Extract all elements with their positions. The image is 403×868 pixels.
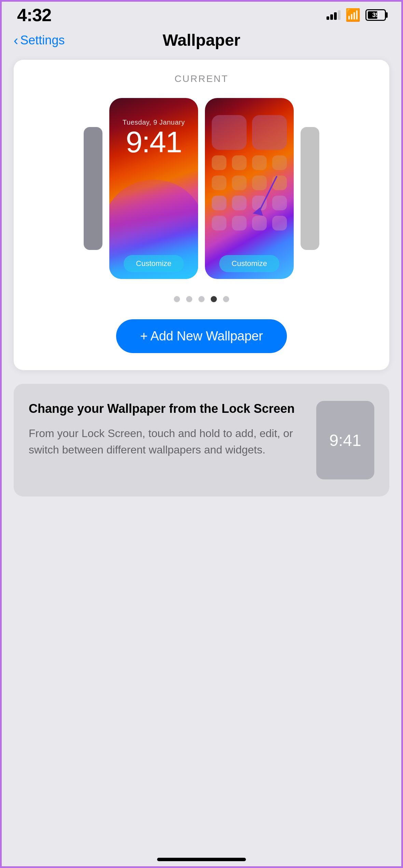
app-icon: [272, 155, 287, 170]
left-peek-preview: [84, 127, 102, 250]
info-preview-time: 9:41: [329, 431, 361, 450]
app-icon: [212, 115, 247, 150]
right-peek-preview: [301, 127, 319, 250]
page-dot-5: [223, 296, 229, 302]
main-content: CURRENT Tuesday, 9 January 9:41 Customiz…: [0, 56, 403, 507]
wallpaper-previews: Tuesday, 9 January 9:41 Customize: [24, 98, 379, 279]
app-icon: [252, 155, 267, 170]
app-icon: [232, 216, 247, 230]
page-dot-1: [174, 296, 180, 302]
home-screen-customize-button[interactable]: Customize: [219, 255, 279, 272]
app-icon: [232, 155, 247, 170]
app-icon: [252, 115, 287, 150]
info-title: Change your Wallpaper from the Lock Scre…: [29, 401, 306, 417]
add-wallpaper-button-container: + Add New Wallpaper: [24, 319, 379, 353]
app-icon: [212, 176, 226, 190]
back-label: Settings: [20, 33, 65, 47]
current-label: CURRENT: [24, 73, 379, 84]
page-title: Wallpaper: [163, 31, 240, 50]
page-dot-2: [186, 296, 192, 302]
app-icon: [212, 155, 226, 170]
app-icon: [212, 216, 226, 230]
info-text: Change your Wallpaper from the Lock Scre…: [29, 401, 306, 458]
back-chevron-icon: ‹: [14, 33, 18, 47]
page-dot-3: [198, 296, 205, 302]
wifi-icon: 📶: [345, 8, 361, 22]
home-indicator: [157, 858, 246, 861]
app-icon: [232, 176, 247, 190]
app-grid: [205, 108, 294, 237]
add-wallpaper-button[interactable]: + Add New Wallpaper: [116, 319, 287, 353]
app-icon: [212, 196, 226, 210]
status-icons: 📶 39: [326, 8, 386, 22]
lock-screen-preview[interactable]: Tuesday, 9 January 9:41 Customize: [109, 98, 198, 279]
status-time: 4:32: [17, 5, 51, 25]
app-icon: [232, 196, 247, 210]
nav-bar: ‹ Settings Wallpaper: [0, 27, 403, 56]
info-card: Change your Wallpaper from the Lock Scre…: [14, 384, 389, 496]
wallpaper-card: CURRENT Tuesday, 9 January 9:41 Customiz…: [14, 60, 389, 370]
info-preview: 9:41: [316, 401, 374, 479]
app-icon: [252, 216, 267, 230]
home-screen-preview[interactable]: Customize: [205, 98, 294, 279]
lock-screen-time: 9:41: [109, 127, 198, 157]
page-indicators: [24, 296, 379, 302]
back-button[interactable]: ‹ Settings: [14, 33, 65, 47]
svg-marker-1: [253, 207, 263, 216]
page-dot-4: [211, 296, 217, 302]
lock-screen-customize-button[interactable]: Customize: [124, 255, 184, 272]
svg-line-0: [260, 177, 277, 211]
app-icon: [272, 216, 287, 230]
info-description: From your Lock Screen, touch and hold to…: [29, 425, 306, 458]
status-bar: 4:32 📶 39: [0, 0, 403, 27]
signal-icon: [326, 10, 341, 20]
battery-icon: 39: [365, 9, 386, 21]
arrow-annotation-icon: [249, 173, 283, 218]
